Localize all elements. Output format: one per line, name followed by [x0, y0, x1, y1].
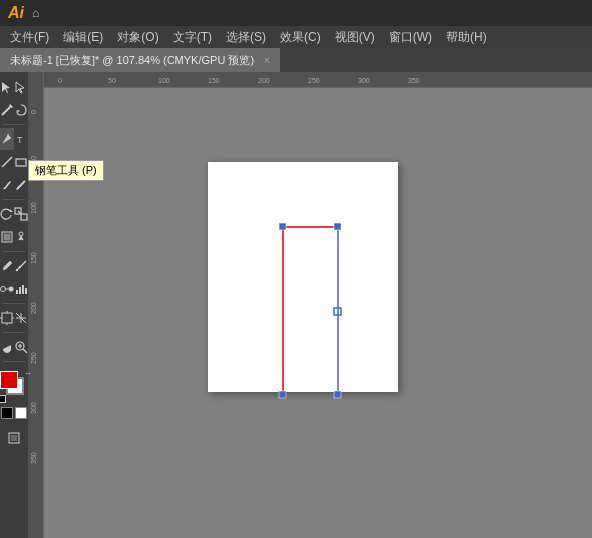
- svg-marker-10: [10, 209, 13, 212]
- menu-view[interactable]: 视图(V): [329, 27, 381, 48]
- tool-separator-4: [3, 303, 25, 304]
- scale-tool[interactable]: [14, 203, 28, 225]
- svg-rect-25: [22, 285, 24, 294]
- pencil-tool[interactable]: [14, 174, 28, 196]
- menu-file[interactable]: 文件(F): [4, 27, 55, 48]
- title-bar: Ai ⌂: [0, 0, 592, 26]
- tab-close-button[interactable]: ×: [264, 55, 270, 66]
- blend-tool[interactable]: [0, 278, 14, 300]
- tool-row-eyedropper: [0, 255, 28, 277]
- fill-color-box[interactable]: [0, 371, 18, 389]
- svg-point-21: [9, 287, 14, 292]
- menu-bar: 文件(F) 编辑(E) 对象(O) 文字(T) 选择(S) 效果(C) 视图(V…: [0, 26, 592, 48]
- rotate-tool[interactable]: [0, 203, 14, 225]
- paintbrush-tool[interactable]: [0, 174, 14, 196]
- slice-tool[interactable]: [14, 307, 28, 329]
- eyedropper-tool[interactable]: [0, 255, 14, 277]
- svg-point-4: [7, 134, 9, 136]
- zoom-tool[interactable]: [14, 336, 28, 358]
- menu-object[interactable]: 对象(O): [111, 27, 164, 48]
- direct-selection-tool[interactable]: [14, 76, 28, 98]
- svg-rect-23: [16, 290, 18, 294]
- svg-rect-27: [2, 313, 12, 323]
- ai-logo: Ai: [8, 4, 24, 22]
- tool-row-hand: [0, 336, 28, 358]
- tab-bar: 未标题-1 [已恢复]* @ 107.84% (CMYK/GPU 预览) ×: [0, 48, 592, 72]
- tool-separator-5: [3, 332, 25, 333]
- black-swatch[interactable]: [1, 407, 13, 419]
- svg-rect-24: [19, 287, 21, 294]
- svg-point-20: [1, 287, 6, 292]
- menu-edit[interactable]: 编辑(E): [57, 27, 109, 48]
- tool-row-rotate: [0, 203, 28, 225]
- white-swatch[interactable]: [15, 407, 27, 419]
- swap-colors-button[interactable]: ↔: [24, 369, 32, 378]
- svg-rect-66: [334, 391, 341, 398]
- tool-separator-1: [3, 124, 25, 125]
- free-transform-tool[interactable]: [0, 226, 14, 248]
- svg-rect-15: [4, 234, 10, 240]
- svg-line-17: [16, 261, 26, 271]
- tool-row-blend: [0, 278, 28, 300]
- tool-separator-6: [3, 361, 25, 362]
- svg-rect-7: [16, 159, 26, 166]
- artboard-tool[interactable]: [0, 307, 14, 329]
- svg-rect-63: [279, 223, 286, 230]
- selection-tool[interactable]: [0, 76, 14, 98]
- menu-help[interactable]: 帮助(H): [440, 27, 493, 48]
- svg-text:T: T: [17, 135, 23, 145]
- toolbar: 钢笔工具 (P): [0, 72, 28, 538]
- svg-rect-65: [279, 391, 286, 398]
- tool-row-magic: [0, 99, 28, 121]
- type-tool[interactable]: T: [14, 128, 28, 150]
- menu-window[interactable]: 窗口(W): [383, 27, 438, 48]
- lasso-tool[interactable]: [14, 99, 28, 121]
- canvas-area[interactable]: 0 50 100 150 200 250 300 350 0 50 100 1: [28, 72, 592, 538]
- svg-rect-64: [334, 223, 341, 230]
- menu-text[interactable]: 文字(T): [167, 27, 218, 48]
- pen-tool[interactable]: [0, 128, 14, 150]
- tool-row-pen: T: [0, 128, 28, 150]
- svg-rect-26: [25, 288, 27, 294]
- screen-mode-button[interactable]: [2, 427, 26, 449]
- tool-row-brush: [0, 174, 28, 196]
- svg-marker-1: [16, 82, 24, 93]
- home-icon: ⌂: [32, 6, 39, 20]
- puppet-warp-tool[interactable]: [14, 226, 28, 248]
- hand-tool[interactable]: [0, 336, 14, 358]
- line-tool[interactable]: [0, 151, 14, 173]
- svg-rect-12: [21, 214, 27, 220]
- svg-line-8: [17, 181, 25, 189]
- menu-select[interactable]: 选择(S): [220, 27, 272, 48]
- tool-row-select: [0, 76, 28, 98]
- tool-tooltip: 钢笔工具 (P): [28, 160, 104, 181]
- svg-line-2: [2, 107, 10, 115]
- graph-tool[interactable]: [14, 278, 28, 300]
- svg-marker-0: [2, 82, 10, 93]
- tool-separator-3: [3, 251, 25, 252]
- svg-line-6: [2, 157, 12, 167]
- shape-tool[interactable]: [14, 151, 28, 173]
- tool-row-transform: [0, 226, 28, 248]
- main-area: 钢笔工具 (P): [0, 72, 592, 538]
- tab-label: 未标题-1 [已恢复]* @ 107.84% (CMYK/GPU 预览): [10, 53, 254, 68]
- magic-wand-tool[interactable]: [0, 99, 14, 121]
- menu-effect[interactable]: 效果(C): [274, 27, 327, 48]
- reset-colors-button[interactable]: [0, 395, 6, 403]
- tool-row-artboard: [0, 307, 28, 329]
- svg-rect-41: [11, 435, 17, 441]
- tool-separator-2: [3, 199, 25, 200]
- document-tab[interactable]: 未标题-1 [已恢复]* @ 107.84% (CMYK/GPU 预览) ×: [0, 48, 280, 72]
- tool-row-line: [0, 151, 28, 173]
- measure-tool[interactable]: [14, 255, 28, 277]
- svg-line-36: [23, 349, 27, 353]
- canvas-drawing: [28, 72, 592, 538]
